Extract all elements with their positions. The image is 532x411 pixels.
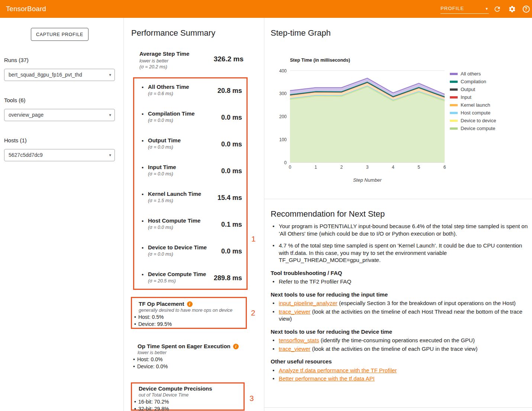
legend-item: Host compute — [450, 109, 496, 117]
metric-value: 289.8 ms — [214, 274, 242, 282]
average-step-time-note: lower is better — [139, 58, 168, 64]
bullet-icon: • — [133, 356, 135, 362]
recommendation-section-heading: Next tools to use for reducing the Devic… — [271, 328, 529, 336]
bullet-icon: • — [142, 271, 144, 278]
legend-swatch — [450, 81, 458, 83]
recommendation-section-heading: Tool troubleshooting / FAQ — [271, 269, 529, 277]
step-time-graph-title: Step-time Graph — [271, 28, 331, 38]
recommendation-text: (look at the activities on the timeline … — [310, 346, 477, 352]
eager-execution-block: Op Time Spent on Eager Executioni lower … — [131, 340, 247, 372]
bullet-icon: • — [142, 218, 144, 224]
eager-execution-title-text: Op Time Spent on Eager Execution — [138, 343, 230, 349]
runs-select[interactable]: bert_squad_8gpu_fp16_pvt_thd ▾ — [4, 69, 115, 81]
runs-select-value: bert_squad_8gpu_fp16_pvt_thd — [9, 69, 104, 81]
performance-summary-panel: Performance Summary Average Step Time lo… — [124, 18, 264, 411]
precision-32bit-value: 32-bit: 29.8% — [138, 406, 169, 411]
chart-title: Step Time (in milliseconds) — [290, 58, 350, 63]
recommendation-link[interactable]: tensorflow_stats — [279, 337, 319, 343]
recommendation-link[interactable]: trace_viewer — [279, 346, 310, 352]
bullet-icon: • — [142, 191, 144, 197]
bullet-icon: • — [134, 321, 136, 327]
recommendation-item: •input_pipeline_analyzer (especially Sec… — [271, 300, 529, 307]
svg-text:400: 400 — [279, 68, 287, 74]
svg-text:2: 2 — [340, 165, 343, 170]
sidebar: CAPTURE PROFILE Runs (37) bert_squad_8gp… — [0, 18, 123, 411]
legend-swatch — [450, 104, 458, 106]
svg-text:3: 3 — [366, 165, 369, 170]
recommendation-body: •Your program is POTENTIALLY input-bound… — [271, 223, 529, 384]
recommendation-section-heading: Other useful resources — [271, 358, 529, 365]
precision-16bit-value: 16-bit: 70.2% — [138, 399, 169, 405]
recommendation-text: Refer to the TF2 Profiler FAQ — [279, 278, 351, 285]
bullet-icon: • — [142, 84, 144, 90]
legend-label: Device to device — [461, 118, 496, 123]
legend-item: Compilation — [450, 78, 496, 85]
metric-value: 15.4 ms — [217, 194, 242, 202]
legend-label: Kernel launch — [461, 102, 490, 108]
metric-sigma: (σ = 0.6 ms) — [148, 91, 173, 97]
average-step-time-label: Average Step Time — [139, 51, 189, 57]
metric-value: 0.0 ms — [221, 167, 242, 175]
legend-label: Device compute — [461, 126, 495, 131]
capture-profile-button[interactable]: CAPTURE PROFILE — [31, 28, 88, 41]
recommendation-item: •4.7 % of the total step time sampled is… — [271, 242, 529, 264]
hosts-select[interactable]: 5627c5dd7dc9 ▾ — [4, 149, 115, 161]
svg-text:300: 300 — [279, 91, 287, 96]
tf-op-placement-device: •Device: 99.5% — [134, 321, 246, 328]
x-axis-label: Step Number — [353, 177, 382, 183]
tf-op-placement-host-value: Host: 0.5% — [138, 314, 164, 320]
metric-row: •Input Time(σ = 0.0 ms)0.0 ms — [134, 164, 246, 190]
hosts-label: Hosts (1) — [4, 137, 27, 143]
average-step-time-row: Average Step Time lower is better (σ = 2… — [139, 51, 244, 74]
metric-row: •Device to Device Time(σ = 0.0 ms)0.0 ms — [134, 244, 246, 270]
svg-text:200: 200 — [279, 114, 287, 119]
metric-row: •Kernel Launch Time(σ = 1.5 ms)15.4 ms — [134, 191, 246, 217]
average-step-time-value: 326.2 ms — [214, 55, 244, 63]
dashboard-selector[interactable]: PROFILE ▾ — [441, 4, 489, 14]
recommendation-text: Your program is POTENTIALLY input-bound … — [279, 223, 528, 237]
recommendation-item: •Refer to the TF2 Profiler FAQ — [271, 278, 529, 285]
info-icon[interactable]: i — [187, 301, 193, 307]
main-panel: Step-time Graph 01002003004000123456 Ste… — [264, 18, 532, 411]
bullet-icon: • — [142, 245, 144, 251]
legend-item: Device to device — [450, 117, 496, 124]
recommendation-link[interactable]: Better performance with the tf.data API — [279, 375, 375, 382]
metric-sigma: (σ = 0.0 ms) — [148, 251, 173, 258]
recommendation-link[interactable]: input_pipeline_analyzer — [279, 300, 338, 306]
recommendation-link[interactable]: Analyze tf.data performance with the TF … — [279, 367, 397, 373]
metric-sigma: (σ = 0.0 ms) — [148, 171, 173, 177]
tf-op-placement-note: generally desired to have more ops on de… — [139, 307, 246, 314]
recommendation-text: 4.7 % of the total step time sampled is … — [279, 242, 522, 263]
metric-label: Host Compute Time — [148, 217, 200, 224]
bullet-icon: • — [142, 111, 144, 117]
legend-item: All others — [450, 70, 496, 78]
chart-legend: All othersCompilationOutputInputKernel l… — [450, 70, 496, 132]
tf-op-placement-device-value: Device: 99.5% — [138, 321, 172, 327]
bullet-icon: • — [273, 300, 274, 307]
annotation-box-3: Device Compute Precisions out of Total D… — [131, 382, 245, 411]
section-divider — [264, 199, 532, 199]
bullet-icon: • — [273, 337, 274, 344]
metric-value: 0.0 ms — [221, 247, 242, 255]
recommendation-title: Recommendation for Next Step — [271, 209, 385, 219]
recommendation-item: •Better performance with the tf.data API — [271, 375, 529, 382]
legend-label: Host compute — [461, 110, 490, 116]
metric-sigma: (σ = 0.0 ms) — [148, 224, 173, 231]
tf-op-placement-block: TF Op Placementi generally desired to ha… — [132, 298, 246, 330]
metric-value: 0.0 ms — [221, 140, 242, 148]
help-icon[interactable]: ? — [520, 0, 532, 18]
recommendation-item: •Analyze tf.data performance with the TF… — [271, 367, 529, 374]
reload-icon[interactable] — [491, 0, 503, 18]
recommendation-link[interactable]: trace_viewer — [279, 308, 310, 315]
tools-label: Tools (6) — [4, 97, 26, 103]
settings-icon[interactable] — [506, 0, 518, 18]
info-icon[interactable]: i — [233, 344, 239, 349]
device-precisions-note: out of Total Device Time — [139, 392, 244, 398]
runs-label: Runs (37) — [4, 57, 29, 63]
bullet-icon: • — [134, 314, 136, 320]
metric-value: 20.8 ms — [217, 87, 242, 95]
recommendation-item: •trace_viewer (look at the activities on… — [271, 345, 529, 353]
tools-select[interactable]: overview_page ▾ — [4, 109, 115, 121]
metric-label: Output Time — [148, 137, 181, 143]
annotation-number-3: 3 — [249, 394, 254, 403]
